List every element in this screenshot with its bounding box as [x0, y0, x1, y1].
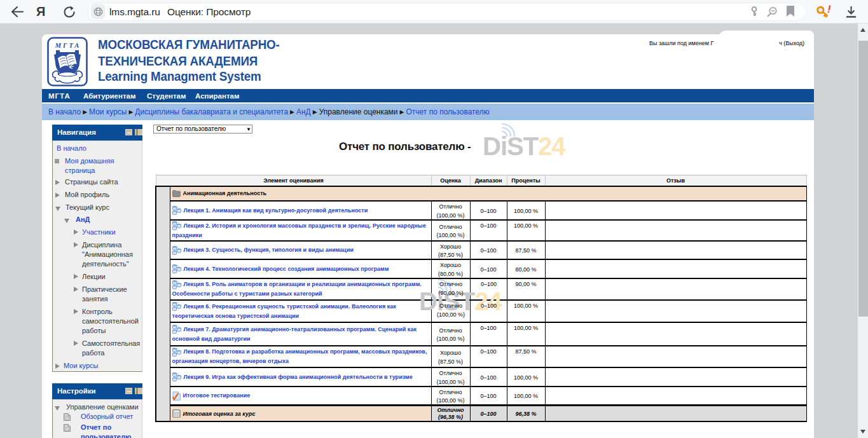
svg-text:МГТА: МГТА [55, 42, 81, 49]
